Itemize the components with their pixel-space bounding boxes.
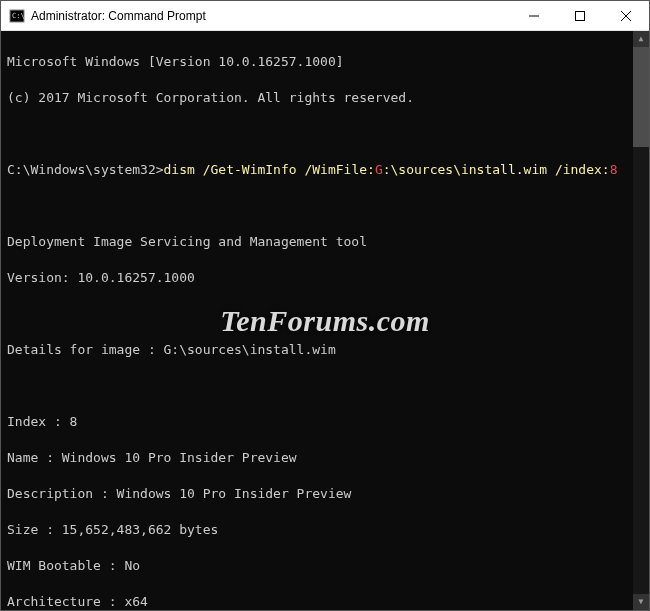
titlebar[interactable]: C:\ Administrator: Command Prompt bbox=[1, 1, 649, 31]
output-line bbox=[7, 197, 643, 215]
command-text: :\sources\install.wim /index: bbox=[383, 162, 610, 177]
scroll-thumb[interactable] bbox=[633, 47, 649, 147]
output-line: Index : 8 bbox=[7, 413, 643, 431]
output-line: Details for image : G:\sources\install.w… bbox=[7, 341, 643, 359]
output-line: Size : 15,652,483,662 bytes bbox=[7, 521, 643, 539]
command-line: C:\Windows\system32>dism /Get-WimInfo /W… bbox=[7, 161, 643, 179]
prompt-path: C:\Windows\system32> bbox=[7, 162, 164, 177]
output-line: Microsoft Windows [Version 10.0.16257.10… bbox=[7, 53, 643, 71]
output-line bbox=[7, 377, 643, 395]
scrollbar[interactable]: ▲ ▼ bbox=[633, 31, 649, 610]
output-line: Deployment Image Servicing and Managemen… bbox=[7, 233, 643, 251]
close-button[interactable] bbox=[603, 1, 649, 30]
command-drive: G bbox=[375, 162, 383, 177]
cmd-icon: C:\ bbox=[9, 8, 25, 24]
minimize-button[interactable] bbox=[511, 1, 557, 30]
output-line: Description : Windows 10 Pro Insider Pre… bbox=[7, 485, 643, 503]
svg-text:C:\: C:\ bbox=[12, 12, 25, 20]
output-line bbox=[7, 125, 643, 143]
command-index: 8 bbox=[610, 162, 618, 177]
window-title: Administrator: Command Prompt bbox=[31, 9, 511, 23]
command-prompt-window: C:\ Administrator: Command Prompt Micros… bbox=[0, 0, 650, 611]
window-controls bbox=[511, 1, 649, 30]
terminal-output[interactable]: Microsoft Windows [Version 10.0.16257.10… bbox=[1, 31, 649, 610]
output-line: (c) 2017 Microsoft Corporation. All righ… bbox=[7, 89, 643, 107]
output-line: Version: 10.0.16257.1000 bbox=[7, 269, 643, 287]
svg-rect-3 bbox=[576, 11, 585, 20]
command-text: dism /Get-WimInfo /WimFile: bbox=[164, 162, 375, 177]
output-line: Name : Windows 10 Pro Insider Preview bbox=[7, 449, 643, 467]
output-line: Architecture : x64 bbox=[7, 593, 643, 610]
scroll-down-button[interactable]: ▼ bbox=[633, 594, 649, 610]
output-line: WIM Bootable : No bbox=[7, 557, 643, 575]
maximize-button[interactable] bbox=[557, 1, 603, 30]
scroll-up-button[interactable]: ▲ bbox=[633, 31, 649, 47]
output-line bbox=[7, 305, 643, 323]
